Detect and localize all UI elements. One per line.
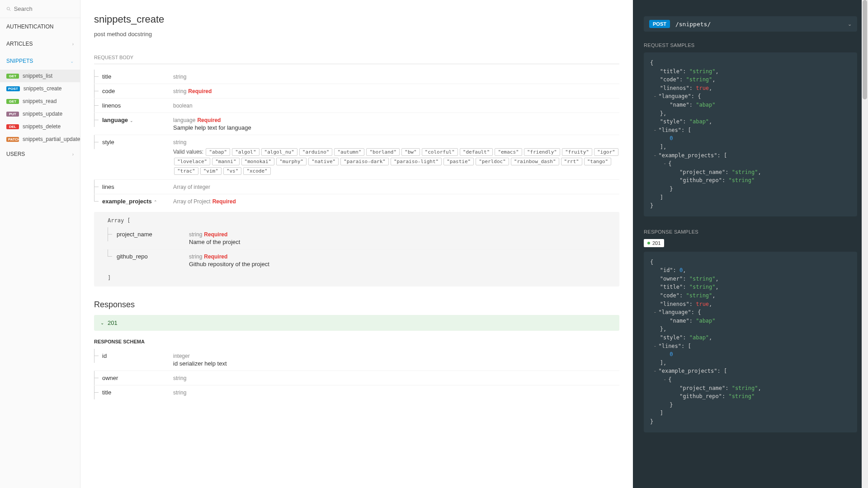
chevron-up-icon[interactable]: ⌃: [154, 200, 157, 204]
enum-value: "lovelace": [174, 158, 210, 165]
enum-value: "fruity": [562, 148, 592, 156]
property-row: code stringRequired: [94, 84, 619, 99]
enum-value: "borland": [366, 148, 400, 156]
enum-value: "perldoc": [476, 158, 509, 165]
method-badge: DEL: [6, 124, 19, 129]
response-code-value: 201: [108, 319, 118, 326]
property-name: lines: [102, 183, 114, 190]
response-code[interactable]: ⌄ 201: [94, 315, 619, 331]
property-row: project_name stringRequiredName of the p…: [103, 227, 610, 249]
property-row: title string: [94, 70, 619, 84]
request-body-label: REQUEST BODY: [94, 51, 619, 64]
nav-section[interactable]: SNIPPETS⌄: [0, 52, 80, 70]
enum-value: "vs": [223, 167, 242, 175]
nav-item[interactable]: PATCHsnippets_partial_update: [0, 133, 80, 145]
responses-heading: Responses: [94, 300, 619, 310]
response-schema: id integerid serializer help text owner …: [94, 349, 619, 399]
property-name: style: [102, 139, 114, 145]
nested-array-block: Array [ project_name stringRequiredName …: [94, 212, 619, 286]
endpoint-path: /snippets/: [675, 21, 711, 28]
property-name: code: [102, 88, 115, 94]
enum-value: "abap": [206, 148, 230, 156]
enum-value: "vim": [200, 167, 222, 175]
enum-value: "colorful": [422, 148, 458, 156]
method-badge: POST: [6, 86, 20, 91]
property-name[interactable]: example_projects: [102, 198, 152, 205]
method-badge: PUT: [6, 112, 19, 117]
scrollbar[interactable]: [862, 0, 868, 488]
property-row: lines Array of integer: [94, 180, 619, 194]
enum-value: "algol": [232, 148, 259, 156]
enum-value: "monokai": [241, 158, 275, 165]
nav-item[interactable]: PUTsnippets_update: [0, 108, 80, 120]
property-row: style stringValid values: "abap""algol""…: [94, 135, 619, 180]
property-name: github_repo: [117, 253, 148, 260]
enum-value: "xcode": [243, 167, 270, 175]
response-tab-201[interactable]: 201: [644, 239, 664, 247]
nav-item[interactable]: POSTsnippets_create: [0, 82, 80, 95]
response-schema-label: RESPONSE SCHEMA: [94, 339, 619, 344]
property-name: owner: [102, 375, 118, 381]
property-row: github_repo stringRequiredGithub reposit…: [103, 249, 610, 271]
nav-section[interactable]: AUTHENTICATION: [0, 18, 80, 35]
property-name: title: [102, 73, 111, 80]
enum-value: "arduino": [299, 148, 333, 156]
search-box: [0, 0, 80, 18]
svg-line-1: [9, 9, 11, 11]
endpoint-header[interactable]: POST /snippets/ ⌄: [644, 16, 857, 32]
enum-value: "rainbow_dash": [511, 158, 559, 165]
enum-value: "native": [308, 158, 339, 165]
method-badge: GET: [6, 74, 19, 79]
nested-array-open: Array [: [103, 217, 610, 224]
property-row: owner string: [94, 371, 619, 385]
enum-value: "igor": [594, 148, 618, 156]
enum-value: "paraiso-light": [391, 158, 442, 165]
property-row: linenos boolean: [94, 99, 619, 113]
enum-value: "bw": [401, 148, 420, 156]
nav-item[interactable]: GETsnippets_list: [0, 70, 80, 82]
method-badge: GET: [6, 99, 19, 104]
request-sample-code[interactable]: { "title": "string", "code": "string", "…: [644, 52, 857, 216]
search-icon: [6, 6, 11, 12]
request-body: title string code stringRequired linenos…: [94, 70, 619, 208]
endpoint-method-badge: POST: [649, 20, 670, 28]
property-name: linenos: [102, 102, 121, 109]
property-name: id: [102, 352, 107, 359]
chevron-down-icon: ⌄: [100, 320, 104, 325]
response-sample-code[interactable]: { "id": 0, "owner": "string", "title": "…: [644, 252, 857, 432]
enum-value: "pastie": [443, 158, 474, 165]
response-samples-label: RESPONSE SAMPLES: [644, 229, 857, 235]
request-samples-label: REQUEST SAMPLES: [644, 42, 857, 48]
nav-item[interactable]: DELsnippets_delete: [0, 120, 80, 133]
enum-value: "rrt": [561, 158, 582, 165]
chevron-down-icon: ⌄: [848, 21, 852, 27]
property-name: project_name: [117, 231, 152, 238]
page-description: post method docstring: [94, 31, 619, 38]
main-content: snippets_create post method docstring RE…: [80, 0, 633, 488]
property-name: title: [102, 389, 111, 396]
property-row: title string: [94, 385, 619, 399]
svg-point-0: [7, 7, 9, 10]
enum-value: "paraiso-dark": [340, 158, 389, 165]
chevron-down-icon[interactable]: ⌄: [130, 118, 133, 123]
scrollbar-thumb[interactable]: [863, 0, 867, 99]
nav-item[interactable]: GETsnippets_read: [0, 95, 80, 108]
method-badge: PATCH: [6, 137, 19, 142]
status-dot-icon: [647, 242, 650, 244]
nav-section[interactable]: USERS›: [0, 145, 80, 163]
enum-value: "friendly": [524, 148, 560, 156]
property-name[interactable]: language: [102, 117, 128, 123]
enum-value: "manni": [212, 158, 239, 165]
sidebar: AUTHENTICATIONARTICLES›SNIPPETS⌄GETsnipp…: [0, 0, 80, 488]
nav-section[interactable]: ARTICLES›: [0, 35, 80, 52]
property-row: example_projects⌃ Array of ProjectRequir…: [94, 194, 619, 208]
enum-value: "tango": [584, 158, 611, 165]
search-input[interactable]: [14, 5, 74, 12]
enum-value: "algol_nu": [261, 148, 297, 156]
enum-value: "default": [460, 148, 493, 156]
enum-value: "emacs": [495, 148, 522, 156]
enum-value: "trac": [174, 167, 198, 175]
right-panel: POST /snippets/ ⌄ REQUEST SAMPLES { "tit…: [633, 0, 868, 488]
nested-array-close: ]: [103, 275, 610, 281]
enum-value: "murphy": [276, 158, 307, 165]
